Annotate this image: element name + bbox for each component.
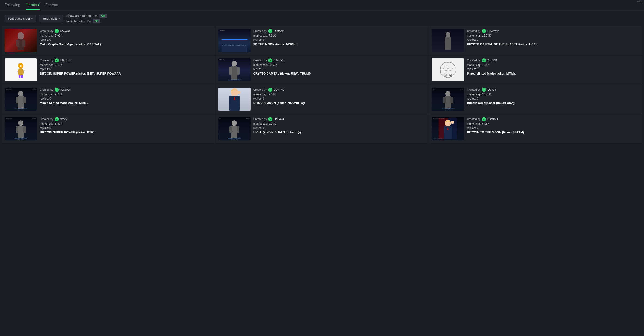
created-by-label: Created by <box>254 118 267 121</box>
username[interactable]: 3cKuW8 <box>60 88 71 91</box>
username[interactable]: C2wmWr <box>488 29 499 33</box>
svg-rect-42 <box>237 126 239 133</box>
list-item[interactable]: bitcoin2024 NASHVILLE JULY 25-27 | NASHV… <box>429 114 642 143</box>
card-info: Created by ● 3cKuW8 market cap: 9.78K re… <box>40 88 212 111</box>
svg-rect-12 <box>231 66 238 80</box>
card-thumbnail: bitcoin2024 ⊗ BANK bitcoin2024 NASHVILLE… <box>4 88 37 111</box>
svg-point-8 <box>18 68 24 76</box>
list-item[interactable]: 024 ⊗ XO bitcoin2024 NASHVILLE July 25-2… <box>429 85 642 114</box>
card-thumbnail: bitcoin2024 NASHVILLE JULY 25-27 | NASHV… <box>432 117 464 140</box>
list-item[interactable]: Created by ● 2fFyMB market cap: 7.34K re… <box>429 56 642 84</box>
list-item[interactable]: TRUMP 2024 Created by ● 5zaWc1 market ca… <box>2 26 215 55</box>
card-title: Mined Minted Made (ticker: MMM): <box>467 72 640 76</box>
replies-count: replies: 0 <box>467 97 640 100</box>
username[interactable]: HaH4vd <box>274 118 284 121</box>
avatar: ● <box>268 88 272 92</box>
username[interactable]: 6X4Vy3 <box>274 59 284 62</box>
nav-terminal[interactable]: Terminal <box>26 3 40 10</box>
replies-count: replies: 0 <box>40 97 212 100</box>
username[interactable]: DLxpAP <box>274 29 284 33</box>
list-item[interactable]: coin2024 bitcoin2024 NASHVILLE Created b… <box>216 56 429 84</box>
created-by-label: Created by <box>467 88 480 91</box>
card-thumbnail: 024 ⊗ APO bitcoin2024 NASHVILLE July 25-… <box>218 117 250 140</box>
replies-count: replies: 0 <box>467 126 640 130</box>
username[interactable]: 2fFyMB <box>488 59 497 62</box>
username[interactable]: E9EGSC <box>60 59 72 62</box>
created-by-row: Created by ● 2QyFM3 <box>254 88 426 92</box>
created-by-row: Created by ● 5zaWc1 <box>40 29 212 33</box>
list-item[interactable]: bitcoin2024 ⊗ BANK bitcoin2024 NASHVILLE… <box>2 114 215 143</box>
card-thumbnail <box>432 58 464 81</box>
username[interactable]: 5zaWc1 <box>60 29 70 33</box>
market-cap: market cap: 5.10K <box>40 63 212 67</box>
card-thumbnail: coin2024 bitcoin2024 NASHVILLE <box>218 58 250 81</box>
svg-point-39 <box>232 120 237 126</box>
list-item[interactable]: bitcoin2024 AWAITING TRUMP IN NASHVILLE,… <box>216 26 429 55</box>
username[interactable]: 2QyFM3 <box>274 88 284 91</box>
market-cap: market cap: 5.87K <box>40 122 212 125</box>
card-title: BITCOIN TO THE MOON (ticker: $BTTM): <box>467 130 640 134</box>
svg-rect-38 <box>23 126 26 133</box>
card-thumbnail: TRUMP 2024 <box>4 29 37 52</box>
created-by-label: Created by <box>40 29 53 33</box>
market-cap: market cap: 20.78K <box>467 93 640 96</box>
svg-point-0 <box>18 32 24 40</box>
market-cap: market cap: 7.34K <box>467 63 640 67</box>
market-cap: market cap: 30.68K <box>254 63 426 67</box>
order-dropdown[interactable]: order: desc ▾ <box>39 15 63 23</box>
card-title: HIGH IQ INDIVIDUALS (ticker: IQ): <box>254 130 426 134</box>
svg-rect-34 <box>450 97 453 103</box>
list-item[interactable]: 024 ⊗ APO bitcoin2024 NASHVILLE July 25-… <box>216 114 429 143</box>
created-by-label: Created by <box>467 59 480 62</box>
svg-rect-10 <box>21 75 23 78</box>
avatar: ● <box>268 29 272 33</box>
created-by-row: Created by ● E9EGSC <box>40 58 212 63</box>
card-info: Created by ● DLxpAP market cap: 7.91K re… <box>254 29 426 52</box>
svg-rect-9 <box>19 75 20 78</box>
created-by-label: Created by <box>40 59 53 62</box>
svg-rect-24 <box>16 97 18 103</box>
svg-rect-30 <box>238 91 240 92</box>
replies-count: replies: 0 <box>467 38 640 41</box>
card-title: TO THE MOON (ticker: MOON): <box>254 42 426 46</box>
svg-point-18 <box>450 75 451 76</box>
animations-label: Show animations: <box>66 14 92 18</box>
nav-for-you[interactable]: For You <box>45 3 58 10</box>
animations-toggle-row: Show animations: On Off <box>66 14 107 18</box>
replies-count: replies: 0 <box>40 38 212 41</box>
card-title: BITCOIN SUPER POWER (ticker: BSP): <box>40 130 212 134</box>
animations-off-badge[interactable]: Off <box>99 14 107 18</box>
list-item[interactable]: ₿ Created by ● E9EGSC market cap: 5.10K … <box>2 56 215 84</box>
nav-following[interactable]: Following <box>4 3 20 10</box>
list-item[interactable]: bitcoin2024 Created by ● C2wmWr market c… <box>429 26 642 55</box>
list-item[interactable]: Created by ● 2QyFM3 market cap: 9.34K re… <box>216 85 429 114</box>
market-cap: market cap: 5.92K <box>40 34 212 37</box>
created-by-label: Created by <box>40 88 53 91</box>
svg-rect-48 <box>451 121 454 124</box>
username[interactable]: 9fn2y8 <box>60 118 68 121</box>
created-by-label: Created by <box>40 118 53 121</box>
svg-rect-40 <box>231 126 237 138</box>
svg-point-22 <box>18 91 23 96</box>
username[interactable]: EUYvf6 <box>488 88 497 91</box>
nsfw-label: Include nsfw: <box>66 20 85 23</box>
nsfw-off-badge[interactable]: Off <box>93 19 100 23</box>
svg-rect-33 <box>443 97 446 103</box>
market-cap: market cap: 8.95K <box>254 122 426 125</box>
card-title: Make Crypto Great Again (ticker: CAPITAL… <box>40 42 212 46</box>
sort-dropdown[interactable]: sort: bump order ▾ <box>4 15 36 23</box>
created-by-label: Created by <box>467 118 480 121</box>
avatar: ● <box>268 117 272 121</box>
avatar: ● <box>268 58 272 63</box>
card-thumbnail <box>218 88 250 111</box>
avatar: ● <box>482 29 486 33</box>
svg-point-31 <box>445 91 450 96</box>
card-thumbnail: ₿ <box>4 58 37 81</box>
nsfw-toggle-row: Include nsfw: On Off <box>66 19 107 23</box>
nsfw-on-label[interactable]: On <box>87 20 91 23</box>
avatar: ● <box>55 117 59 121</box>
animations-on-label[interactable]: On <box>94 14 98 18</box>
toggles-group: Show animations: On Off Include nsfw: On… <box>66 14 107 23</box>
username[interactable]: 6BMBZ1 <box>488 118 498 121</box>
list-item[interactable]: bitcoin2024 ⊗ BANK bitcoin2024 NASHVILLE… <box>2 85 215 114</box>
